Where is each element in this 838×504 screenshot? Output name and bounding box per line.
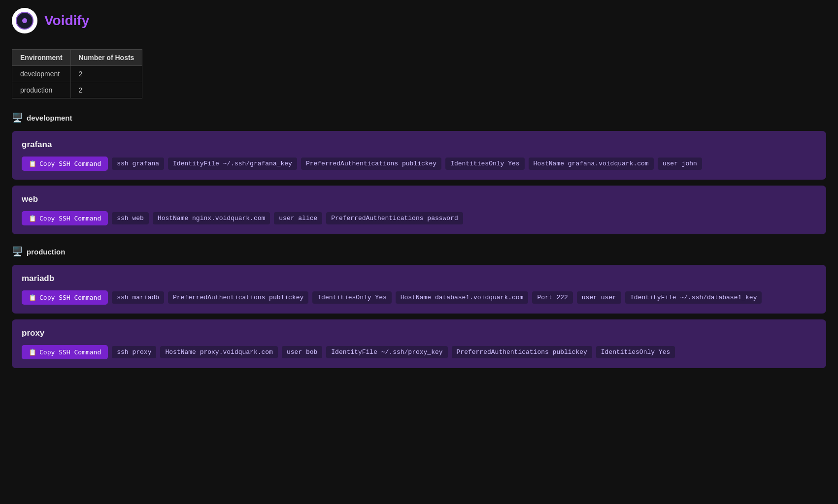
config-tag: user alice bbox=[274, 212, 322, 224]
section-header-production: 🖥️ production bbox=[0, 240, 838, 261]
copy-icon: 📋 bbox=[29, 215, 36, 222]
copy-ssh-button[interactable]: 📋Copy SSH Command bbox=[22, 211, 108, 225]
section-icon: 🖥️ bbox=[12, 246, 23, 257]
logo-dot bbox=[22, 18, 27, 23]
host-card-web: web📋Copy SSH Commandssh webHostName ngin… bbox=[12, 186, 826, 234]
copy-icon: 📋 bbox=[29, 294, 36, 301]
host-card-grafana: grafana📋Copy SSH Commandssh grafanaIdent… bbox=[12, 131, 826, 180]
config-tag: ssh mariadb bbox=[112, 291, 164, 304]
copy-ssh-button[interactable]: 📋Copy SSH Command bbox=[22, 157, 108, 171]
section-icon: 🖥️ bbox=[12, 112, 23, 123]
header: Voidify bbox=[0, 0, 838, 41]
host-name: mariadb bbox=[22, 274, 816, 284]
config-tag: PreferredAuthentications password bbox=[326, 212, 463, 224]
config-tag: PreferredAuthentications publickey bbox=[168, 291, 308, 304]
config-tag: user bob bbox=[282, 346, 322, 358]
host-card-mariadb: mariadb📋Copy SSH Commandssh mariadbPrefe… bbox=[12, 265, 826, 314]
config-tag: PreferredAuthentications publickey bbox=[301, 158, 441, 170]
env-count: 2 bbox=[70, 66, 142, 82]
config-tag: HostName nginx.voidquark.com bbox=[153, 212, 270, 224]
config-tag: user john bbox=[658, 158, 702, 170]
host-name: web bbox=[22, 194, 816, 204]
app-title: Voidify bbox=[44, 13, 89, 29]
config-tag: ssh grafana bbox=[112, 158, 164, 170]
section-label: development bbox=[27, 114, 72, 122]
config-tag: Port 222 bbox=[532, 291, 572, 304]
config-tag: user user bbox=[577, 291, 621, 304]
summary-table: Environment Number of Hosts development … bbox=[12, 49, 142, 98]
copy-ssh-button[interactable]: 📋Copy SSH Command bbox=[22, 345, 108, 359]
config-tag: IdentitiesOnly Yes bbox=[445, 158, 524, 170]
copy-btn-label: Copy SSH Command bbox=[39, 294, 101, 301]
host-details: 📋Copy SSH Commandssh mariadbPreferredAut… bbox=[22, 290, 816, 305]
copy-btn-label: Copy SSH Command bbox=[39, 348, 101, 356]
config-tag: HostName proxy.voidquark.com bbox=[160, 346, 277, 358]
config-tag: PreferredAuthentications publickey bbox=[452, 346, 592, 358]
config-tag: HostName grafana.voidquark.com bbox=[529, 158, 654, 170]
config-tag: IdentityFile ~/.ssh/proxy_key bbox=[326, 346, 447, 358]
env-count: 2 bbox=[70, 82, 142, 98]
host-card-proxy: proxy📋Copy SSH Commandssh proxyHostName … bbox=[12, 319, 826, 368]
env-name: production bbox=[12, 82, 71, 98]
section-label: production bbox=[27, 248, 65, 256]
summary-row: production 2 bbox=[12, 82, 142, 98]
config-tag: IdentitiesOnly Yes bbox=[312, 291, 391, 304]
config-tag: ssh web bbox=[112, 212, 149, 224]
config-tag: IdentityFile ~/.ssh/grafana_key bbox=[168, 158, 297, 170]
config-tag: IdentityFile ~/.ssh/database1_key bbox=[625, 291, 762, 304]
col-hosts: Number of Hosts bbox=[70, 50, 142, 66]
copy-btn-label: Copy SSH Command bbox=[39, 160, 101, 167]
host-details: 📋Copy SSH Commandssh webHostName nginx.v… bbox=[22, 211, 816, 225]
col-environment: Environment bbox=[12, 50, 71, 66]
section-header-development: 🖥️ development bbox=[0, 106, 838, 127]
config-tag: HostName database1.voidquark.com bbox=[396, 291, 529, 304]
env-name: development bbox=[12, 66, 71, 82]
host-name: proxy bbox=[22, 328, 816, 338]
config-tag: IdentitiesOnly Yes bbox=[596, 346, 675, 358]
copy-ssh-button[interactable]: 📋Copy SSH Command bbox=[22, 290, 108, 305]
copy-icon: 📋 bbox=[29, 160, 36, 167]
config-tag: ssh proxy bbox=[112, 346, 156, 358]
summary-row: development 2 bbox=[12, 66, 142, 82]
copy-btn-label: Copy SSH Command bbox=[39, 215, 101, 222]
logo-inner bbox=[16, 12, 34, 30]
host-name: grafana bbox=[22, 140, 816, 150]
copy-icon: 📋 bbox=[29, 348, 36, 356]
host-details: 📋Copy SSH Commandssh proxyHostName proxy… bbox=[22, 345, 816, 359]
host-details: 📋Copy SSH Commandssh grafanaIdentityFile… bbox=[22, 157, 816, 171]
logo bbox=[12, 8, 37, 33]
